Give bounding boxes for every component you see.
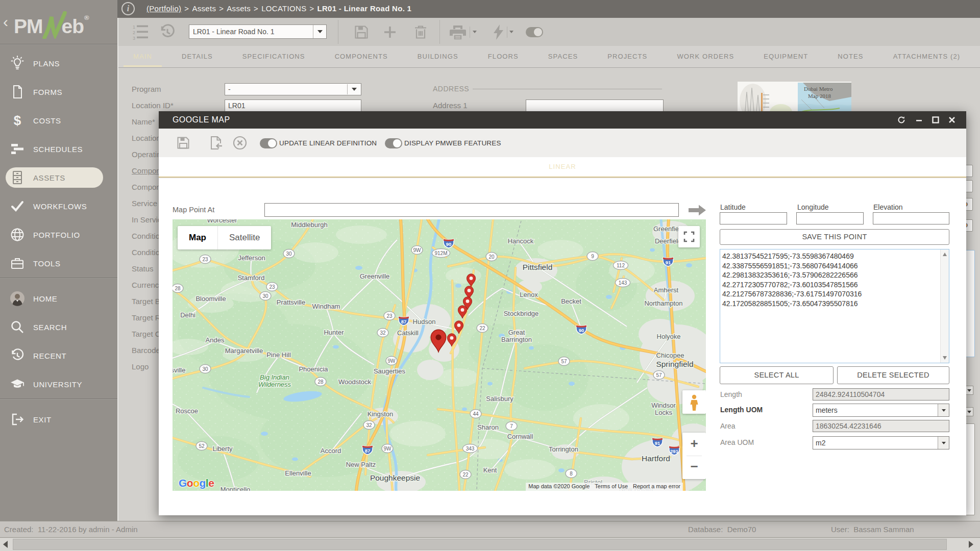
sidebar-item-home[interactable]: HOME [0, 284, 117, 313]
elevation-input[interactable] [873, 212, 949, 224]
delete-selected-button[interactable]: DELETE SELECTED [837, 366, 949, 384]
google-map-dialog: GOOGLE MAP UPDATE LINEAR DEFINITION DISP… [159, 111, 966, 515]
scrollbar-thumb[interactable] [13, 539, 947, 550]
pmweb-logo[interactable]: PMWeb® [14, 11, 89, 39]
map-pegman-control[interactable] [682, 390, 706, 414]
tab-work-orders[interactable]: WORK ORDERS [662, 46, 749, 67]
sidebar-item-costs[interactable]: $COSTS [0, 106, 117, 135]
sidebar-item-forms[interactable]: FORMS [0, 78, 117, 106]
dialog-titlebar[interactable]: GOOGLE MAP [159, 111, 966, 129]
add-icon[interactable] [381, 24, 399, 40]
map-zoom-out-button[interactable]: − [682, 459, 706, 474]
listbox-scroll-down-arrow[interactable] [943, 356, 947, 360]
tab-details[interactable]: DETAILS [167, 46, 228, 67]
tab-specifications[interactable]: SPECIFICATIONS [228, 46, 320, 67]
print-icon[interactable] [448, 24, 468, 41]
program-select[interactable]: - [225, 83, 361, 95]
scroll-left-arrow[interactable] [3, 541, 8, 548]
sidebar-item-assets[interactable]: ASSETS [0, 163, 117, 192]
print-dropdown-caret[interactable] [473, 31, 477, 33]
map-zoom-in-button[interactable]: + [682, 436, 706, 452]
map-fullscreen-button[interactable] [678, 226, 700, 247]
sidebar-edge-line [117, 18, 118, 521]
sidebar-item-tools[interactable]: TOOLS [0, 249, 117, 278]
latitude-input[interactable] [720, 212, 787, 224]
save-icon[interactable] [353, 24, 370, 40]
tab-notes[interactable]: NOTES [823, 46, 878, 67]
map-town-label: Middleburgh [291, 221, 328, 229]
program-select-arrow[interactable] [347, 84, 360, 94]
record-select-arrow[interactable] [313, 25, 326, 38]
breadcrumb-item[interactable]: Assets [227, 4, 251, 13]
sidebar-item-university[interactable]: UNIVERSITY [0, 370, 117, 398]
tab-floors[interactable]: FLOORS [473, 46, 533, 67]
google-map-canvas[interactable]: WorcesterMiddleburghHancockGreenfieldDee… [173, 219, 706, 491]
map-point-go-arrow-icon[interactable] [688, 203, 707, 220]
numbered-list-icon[interactable]: 123 [132, 24, 149, 40]
tab-linear[interactable]: LINEAR [549, 157, 576, 177]
listbox-scroll-up-arrow[interactable] [943, 253, 947, 256]
sidebar-item-recent[interactable]: RECENT [0, 341, 117, 370]
sidebar-item-label: COSTS [33, 116, 61, 125]
location-id-input[interactable]: LR01 [225, 99, 361, 112]
dialog-close-icon[interactable] [948, 116, 956, 124]
sidebar-item-exit[interactable]: EXIT [0, 405, 117, 434]
scroll-right-arrow[interactable] [969, 541, 973, 548]
map-zoom-control: + − [682, 433, 706, 479]
tab-attachments-2[interactable]: ATTACHMENTS (2) [878, 46, 975, 67]
google-logo[interactable]: Google [179, 477, 214, 489]
select-all-button[interactable]: SELECT ALL [720, 366, 834, 384]
record-select[interactable]: LR01 - Linear Road No. 1 [189, 24, 327, 39]
dialog-save-icon[interactable] [176, 135, 191, 151]
info-icon[interactable]: i [121, 2, 135, 15]
dialog-minimize-icon[interactable] [915, 116, 923, 124]
breadcrumb-item[interactable]: Assets [192, 4, 216, 13]
dialog-maximize-icon[interactable] [932, 116, 940, 124]
map-terms-link[interactable]: Terms of Use [592, 483, 630, 491]
actions-dropdown-caret[interactable] [509, 31, 513, 33]
sidebar-item-search[interactable]: SEARCH [0, 313, 117, 341]
sidebar-item-schedules[interactable]: SCHEDULES [0, 135, 117, 163]
map-type-map-button[interactable]: Map [178, 226, 217, 249]
delete-icon[interactable] [412, 24, 429, 40]
toolbar-toggle[interactable] [526, 27, 543, 37]
listbox-scrollbar[interactable] [940, 249, 949, 363]
map-point-input[interactable] [264, 203, 679, 217]
actions-lightning-icon[interactable] [491, 24, 506, 40]
history-icon[interactable] [158, 23, 177, 41]
dialog-refresh-icon[interactable] [897, 116, 905, 124]
area-uom-select[interactable]: m2 [813, 436, 949, 449]
longitude-input[interactable] [796, 212, 864, 224]
coordinates-listbox[interactable]: 42.38137545217595;-73.5598367480469 42.3… [720, 249, 949, 363]
sidebar-item-plans[interactable]: PLANS [0, 49, 117, 78]
area-uom-arrow[interactable] [938, 437, 949, 449]
route-shield: 9 [587, 252, 598, 261]
tab-spaces[interactable]: SPACES [533, 46, 593, 67]
map-town-label: Becket [561, 297, 581, 305]
tab-main[interactable]: MAIN [118, 46, 167, 67]
map-town-label: Greenville [360, 272, 390, 280]
collapse-sidebar-icon[interactable]: ‹ [3, 14, 8, 30]
tab-buildings[interactable]: BUILDINGS [403, 46, 473, 67]
sidebar-item-workflows[interactable]: WORKFLOWS [0, 192, 117, 220]
breadcrumb-item[interactable]: (Portfolio) [146, 4, 181, 13]
breadcrumb[interactable]: (Portfolio)>Assets>Assets>LOCATIONS>LR01… [146, 4, 411, 13]
tab-equipment[interactable]: EQUIPMENT [749, 46, 823, 67]
display-pmweb-features-toggle[interactable] [385, 138, 402, 148]
sidebar-item-portfolio[interactable]: PORTFOLIO [0, 220, 117, 249]
length-uom-arrow[interactable] [938, 404, 949, 416]
svg-text:30: 30 [286, 251, 292, 257]
tab-components[interactable]: COMPONENTS [320, 46, 403, 67]
dialog-cancel-icon[interactable] [232, 135, 248, 151]
save-this-point-button[interactable]: SAVE THIS POINT [720, 229, 949, 245]
svg-text:7: 7 [510, 423, 513, 429]
map-type-satellite-button[interactable]: Satellite [217, 226, 271, 249]
update-linear-definition-toggle[interactable] [260, 138, 277, 148]
dialog-export-icon[interactable] [208, 135, 224, 151]
length-uom-select[interactable]: meters [813, 404, 949, 417]
horizontal-scrollbar[interactable] [0, 538, 980, 551]
address1-input[interactable] [526, 99, 664, 112]
map-report-link[interactable]: Report a map error [630, 483, 683, 491]
breadcrumb-item[interactable]: LOCATIONS [261, 4, 306, 13]
tab-projects[interactable]: PROJECTS [593, 46, 662, 67]
